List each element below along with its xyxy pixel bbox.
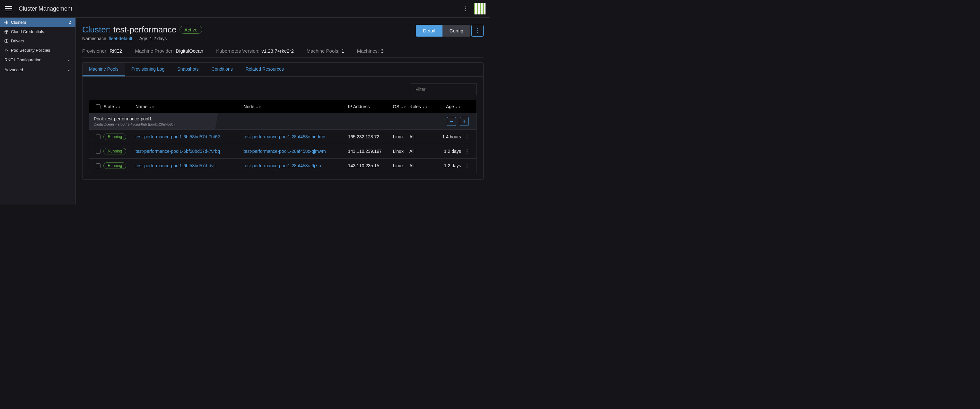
roles: All <box>409 163 442 168</box>
ip-address: 143.110.239.197 <box>348 149 393 154</box>
machines-table: State▲▼ Name▲▼ Node▲▼ IP Address OS▲▼ Ro… <box>89 100 477 173</box>
sidebar-item-clusters[interactable]: Clusters 2 <box>0 18 75 27</box>
sidebar-group-advanced[interactable]: Advanced <box>0 65 75 75</box>
sort-icon: ▲▼ <box>455 107 461 108</box>
header-title: Cluster Management <box>19 5 72 12</box>
col-os[interactable]: OS▲▼ <box>393 104 409 109</box>
sidebar-item-pod-security-policies[interactable]: Pod Security Policies <box>0 46 75 55</box>
globe-icon <box>5 30 8 34</box>
status-badge: Active <box>180 26 202 34</box>
col-node[interactable]: Node▲▼ <box>244 104 348 109</box>
os: Linux <box>393 134 409 139</box>
age: 1.2 days <box>442 149 461 154</box>
pool-group-row: Pool: test-performance-pool1 DigitalOcea… <box>89 113 477 130</box>
app-header: Cluster Management <box>0 0 490 18</box>
ip-address: 143.110.235.15 <box>348 163 393 168</box>
tab-snapshots[interactable]: Snapshots <box>171 63 205 76</box>
state-badge: Running <box>103 162 126 169</box>
menu-icon[interactable] <box>5 6 12 11</box>
age: 1.2 days <box>442 163 461 168</box>
row-checkbox[interactable] <box>96 135 100 139</box>
row-checkbox[interactable] <box>96 149 100 154</box>
table-row: Running test-performance-pool1-6bf58bd57… <box>89 159 477 173</box>
sidebar-item-label: Drivers <box>11 38 24 43</box>
config-button[interactable]: Config <box>442 25 471 37</box>
row-checkbox[interactable] <box>96 163 100 168</box>
col-state[interactable]: State▲▼ <box>103 104 135 109</box>
tab-related-resources[interactable]: Related Resources <box>239 63 290 76</box>
globe-icon <box>5 39 8 43</box>
row-kebab-icon[interactable] <box>465 163 470 168</box>
sidebar-item-label: Clusters <box>11 20 26 25</box>
sidebar-item-drivers[interactable]: Drivers <box>0 36 75 46</box>
machine-name-link[interactable]: test-performance-pool1-6bf58bd57d-7vrbq <box>135 149 220 154</box>
folder-icon <box>5 48 8 53</box>
table-header: State▲▼ Name▲▼ Node▲▼ IP Address OS▲▼ Ro… <box>89 100 477 113</box>
sidebar-item-count: 2 <box>69 20 71 25</box>
machine-name-link[interactable]: test-performance-pool1-6bf58bd57d-7hf62 <box>135 134 220 139</box>
namespace: Namespace: fleet-default <box>82 36 132 41</box>
avatar[interactable] <box>474 3 485 14</box>
sort-icon: ▲▼ <box>149 107 154 108</box>
detail-button[interactable]: Detail <box>416 25 442 37</box>
sidebar-item-label: Pod Security Policies <box>11 48 50 53</box>
col-ip[interactable]: IP Address <box>348 104 393 109</box>
node-link[interactable]: test-performance-pool1-28af458c-9j7jn <box>244 163 321 168</box>
sidebar-item-cloud-credentials[interactable]: Cloud Credentials <box>0 27 75 36</box>
table-row: Running test-performance-pool1-6bf58bd57… <box>89 130 477 144</box>
chevron-down-icon <box>68 68 71 72</box>
roles: All <box>409 149 442 154</box>
tab-conditions[interactable]: Conditions <box>205 63 239 76</box>
header-kebab-icon[interactable] <box>463 6 468 11</box>
select-all-checkbox[interactable] <box>96 104 100 109</box>
machine-name-link[interactable]: test-performance-pool1-6bf58bd57d-dvllj <box>135 163 216 168</box>
sort-icon: ▲▼ <box>256 107 261 108</box>
namespace-link[interactable]: fleet-default <box>108 36 132 41</box>
node-link[interactable]: test-performance-pool1-28af458c-qjmwm <box>244 149 326 154</box>
sidebar-group-label: Advanced <box>5 67 23 72</box>
chevron-down-icon <box>68 59 71 62</box>
state-badge: Running <box>103 134 126 140</box>
row-kebab-icon[interactable] <box>465 149 470 154</box>
ip-address: 165.232.128.72 <box>348 134 393 139</box>
sidebar-item-label: Cloud Credentials <box>11 29 44 34</box>
table-row: Running test-performance-pool1-6bf58bd57… <box>89 144 477 159</box>
os: Linux <box>393 149 409 154</box>
state-badge: Running <box>103 148 126 154</box>
main-content: Cluster: test-performance Active Namespa… <box>76 18 490 205</box>
tabs: Machine Pools Provisioning Log Snapshots… <box>83 63 483 77</box>
sort-icon: ▲▼ <box>422 107 428 108</box>
sidebar-group-label: RKE1 Configuration <box>5 57 41 62</box>
sidebar: Clusters 2 Cloud Credentials Drivers Pod… <box>0 18 76 205</box>
node-link[interactable]: test-performance-pool1-28af458c-hgdmc <box>244 134 325 139</box>
page-actions-menu[interactable] <box>471 25 484 37</box>
col-name[interactable]: Name▲▼ <box>135 104 244 109</box>
pool-title: Pool: test-performance-pool1 <box>94 116 175 121</box>
kebab-icon <box>475 28 480 33</box>
globe-icon <box>5 21 8 24</box>
os: Linux <box>393 163 409 168</box>
roles: All <box>409 134 442 139</box>
row-kebab-icon[interactable] <box>465 135 470 139</box>
sort-icon: ▲▼ <box>115 107 121 108</box>
scale-up-button[interactable]: + <box>460 117 469 126</box>
tab-provisioning-log[interactable]: Provisioning Log <box>125 63 171 76</box>
pool-subtitle: DigitalOcean – sfo3 / s-4vcpu-8gb (pool1… <box>94 122 175 126</box>
tab-machine-pools[interactable]: Machine Pools <box>83 63 125 76</box>
age: Age: 1.2 days <box>139 36 167 41</box>
scale-down-button[interactable]: – <box>447 117 456 126</box>
info-row: Provisioner:RKE2 Machine Provider:Digita… <box>82 42 484 58</box>
col-roles[interactable]: Roles▲▼ <box>409 104 442 109</box>
sidebar-group-rke1[interactable]: RKE1 Configuration <box>0 55 75 65</box>
filter-input[interactable] <box>411 83 477 95</box>
sort-icon: ▲▼ <box>401 107 407 108</box>
age: 1.4 hours <box>442 134 461 139</box>
page-title: Cluster: test-performance Active <box>82 25 202 35</box>
col-age[interactable]: Age▲▼ <box>442 104 461 109</box>
